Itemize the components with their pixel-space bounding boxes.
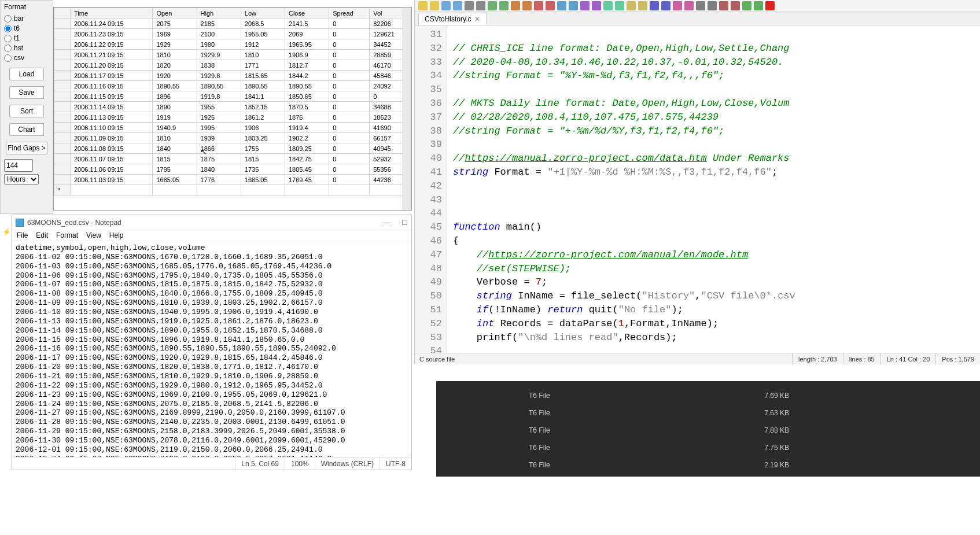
table-row[interactable]: 2006.11.03 09:151685.0517761685.051769.4… [54,175,411,185]
toolbar-button[interactable] [441,1,451,10]
maximize-icon[interactable]: ☐ [401,219,408,227]
code-line[interactable]: // CHRIS_ICE line format: Date,Open,High… [453,42,980,56]
toolbar-button[interactable] [465,1,474,10]
toolbar-button[interactable] [627,1,636,10]
toolbar-button[interactable] [488,1,497,10]
grid-cell[interactable]: 1969 [153,29,197,39]
grid-cell[interactable]: 1838 [197,60,241,71]
table-row[interactable]: 2006.11.21 09:1518101929.918101906.90288… [54,50,411,60]
grid-cell[interactable]: 1890 [153,102,197,112]
grid-column-header[interactable]: Open [153,8,197,19]
grid-cell[interactable]: 0 [329,175,370,185]
code-line[interactable]: string Format = "+1|%Y-%m-%d %H:%M:%S,,f… [453,165,980,179]
code-line[interactable]: string InName = file_select("History","C… [453,289,980,303]
grid-cell[interactable]: 1861.2 [241,112,285,123]
grid-cell[interactable]: 2006.11.13 09:15 [71,112,153,123]
grid-cell[interactable]: 2006.11.24 09:15 [71,19,153,29]
grid-cell[interactable]: 2006.11.06 09:15 [71,164,153,175]
grid-cell[interactable]: 1906 [241,123,285,133]
grid-cell[interactable]: 2006.11.17 09:15 [71,71,153,81]
grid-cell[interactable]: 1769.45 [285,175,329,185]
code-line[interactable]: // MKTS Daily line format: Date,Open,Hig… [453,97,980,110]
grid-cell[interactable] [71,185,153,195]
minimize-icon[interactable]: — [383,219,390,227]
toolbar-button[interactable] [522,1,532,10]
grid-cell[interactable] [285,185,329,195]
toolbar-button[interactable] [569,1,578,10]
radio-bar[interactable]: bar [4,14,49,23]
code-line[interactable] [453,344,980,353]
grid-cell[interactable]: 0 [329,81,370,91]
grid-cell[interactable]: 1844.2 [285,71,329,81]
table-row[interactable]: 2006.11.24 09:15207521852068.52141.50822… [54,19,411,29]
grid-cell[interactable]: 1866 [197,143,241,154]
code-line[interactable]: { [453,234,980,248]
grid-cell[interactable]: 2141.5 [285,19,329,29]
table-row-new[interactable]: * [54,185,411,195]
grid-cell[interactable]: 1939 [197,133,241,143]
grid-cell[interactable] [197,185,241,195]
radio-t1[interactable]: t1 [4,34,49,42]
grid-cell[interactable]: 1820 [153,60,197,71]
code-line[interactable]: // 2020-04-08,10.34,10.46,10.22,10.37,-0… [453,56,980,69]
file-row[interactable]: T6 File7.88 KB [436,422,980,439]
grid-cell[interactable]: 2006.11.10 09:15 [71,123,153,133]
code-line[interactable]: //https://zorro-project.com/manual/en/mo… [453,248,980,262]
code-line[interactable]: // 02/28/2020,108.4,110,107.475,107.575,… [453,110,980,124]
grid-cell[interactable]: 1870.5 [285,102,329,112]
grid-cell[interactable]: 0 [329,91,370,102]
code-line[interactable] [453,206,980,220]
grid-cell[interactable]: 2075 [153,19,197,29]
grid-cell[interactable]: 1795 [153,164,197,175]
toolbar-button[interactable] [453,1,462,10]
table-row[interactable]: 2006.11.23 09:15196921001955.05206901296… [54,29,411,39]
toolbar-button[interactable] [684,1,694,10]
grid-cell[interactable]: 1840 [197,164,241,175]
grid-cell[interactable]: 0 [329,60,370,71]
grid-cell[interactable]: 1809.25 [285,143,329,154]
menu-item-edit[interactable]: Edit [36,231,48,239]
grid-cell[interactable]: 0 [329,112,370,123]
code-line[interactable] [453,138,980,152]
grid-cell[interactable]: 1925 [197,112,241,123]
toolbar-button[interactable] [499,1,509,10]
code-line[interactable] [453,193,980,207]
grid-cell[interactable]: 1896 [153,91,197,102]
code-line[interactable]: //https://manual.zorro-project.com/data.… [453,152,980,165]
grid-cell[interactable]: 1902.2 [285,133,329,143]
table-row[interactable]: 2006.11.14 09:15189019551852.151870.5034… [54,102,411,112]
grid-cell[interactable]: 1890.55 [197,81,241,91]
grid-cell[interactable]: 1803.25 [241,133,285,143]
grid-cell[interactable]: 0 [329,164,370,175]
grid-cell[interactable]: 2006.11.21 09:15 [71,50,153,60]
toolbar-button[interactable] [580,1,590,10]
toolbar-button[interactable] [638,1,647,10]
code-line[interactable]: int Records = dataParse(1,Format,InName)… [453,317,980,331]
grid-cell[interactable]: 1810 [241,50,285,60]
radio-hst[interactable]: hst [4,44,49,52]
table-row[interactable]: 2006.11.07 09:151815187518151842.7505293… [54,154,411,164]
grid-cell[interactable]: 1842.75 [285,154,329,164]
table-row[interactable]: 2006.11.17 09:1519201929.81815.651844.20… [54,71,411,81]
grid-cell[interactable]: 1919.8 [197,91,241,102]
code-line[interactable] [453,179,980,193]
grid-cell[interactable]: 1815 [153,154,197,164]
grid-cell[interactable]: 1919.4 [285,123,329,133]
file-row[interactable]: T6 File7.63 KB [436,404,980,422]
save-button[interactable]: Save [9,86,44,99]
grid-cell[interactable]: 0 [329,71,370,81]
grid-cell[interactable]: 1805.45 [285,164,329,175]
grid-cell[interactable]: 2006.11.08 09:15 [71,143,153,154]
table-row[interactable]: 2006.11.20 09:151820183817711812.7046170 [54,60,411,71]
radio-csv[interactable]: csv [4,54,49,62]
grid-column-header[interactable]: Time [71,8,153,19]
grid-cell[interactable]: 1929.9 [197,50,241,60]
grid-cell[interactable]: 1850.65 [285,91,329,102]
grid-cell[interactable]: 1890.55 [241,81,285,91]
toolbar-button[interactable] [546,1,555,10]
grid-cell[interactable]: 1815 [241,154,285,164]
grid-cell[interactable]: 1685.05 [153,175,197,185]
code-line[interactable]: //string Format = "%Y-%m-%d,f3,f1,f2,f4,… [453,69,980,83]
gap-num-input[interactable] [4,159,33,172]
toolbar-button[interactable] [765,1,775,10]
